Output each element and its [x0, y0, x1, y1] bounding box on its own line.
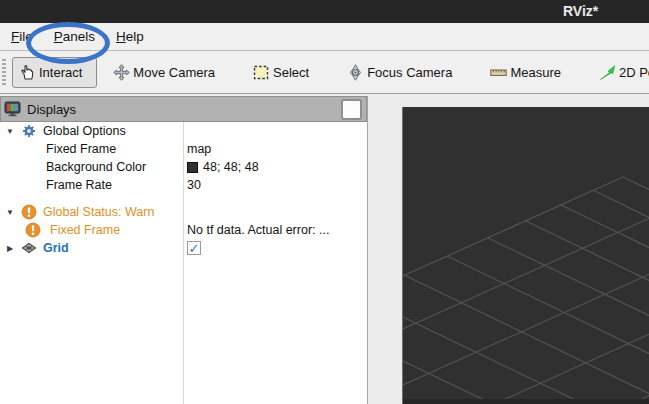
- gear-icon: [21, 123, 37, 139]
- rviz-window: RViz* File Panels Help Interact: [0, 0, 649, 404]
- grid-enabled-checkbox[interactable]: ✓: [187, 241, 201, 255]
- menu-file[interactable]: File: [8, 27, 36, 46]
- displays-monitor-icon: [4, 101, 22, 117]
- expander-down-icon[interactable]: ▼: [5, 208, 15, 217]
- render-viewport-3d[interactable]: [402, 107, 649, 404]
- ruler-icon: [490, 64, 507, 81]
- row-label: Grid: [43, 241, 69, 255]
- displays-panel: Displays ▼: [0, 96, 368, 404]
- row-value: [183, 122, 367, 140]
- tree-column-divider[interactable]: [183, 122, 184, 404]
- move-camera-tool-button[interactable]: Move Camera: [107, 58, 221, 87]
- measure-tool-label: Measure: [510, 65, 561, 80]
- title-bar: RViz*: [0, 0, 649, 23]
- tf-error-message: No tf data. Actual error: ...: [183, 221, 367, 239]
- move-arrows-icon: [113, 64, 130, 81]
- background-color-value[interactable]: 48; 48; 48: [183, 158, 367, 176]
- row-label: Fixed Frame: [50, 223, 120, 237]
- select-tool-button[interactable]: Select: [247, 58, 315, 87]
- displays-panel-title: Displays: [27, 102, 341, 117]
- hand-cursor-icon: [19, 64, 36, 81]
- row-label: Frame Rate: [46, 178, 112, 192]
- select-tool-label: Select: [273, 65, 309, 80]
- interact-tool-button[interactable]: Interact: [12, 57, 97, 88]
- toolbar-drag-handle[interactable]: [2, 59, 6, 85]
- warning-icon: [21, 204, 37, 220]
- selection-box-icon: [253, 64, 270, 81]
- fixed-frame-value[interactable]: map: [183, 140, 367, 158]
- menu-panels[interactable]: Panels: [51, 27, 98, 46]
- row-label: Global Status: Warn: [43, 205, 154, 219]
- grid-icon: [21, 240, 37, 256]
- warning-icon: [25, 222, 41, 238]
- row-value: [183, 203, 367, 221]
- expander-down-icon[interactable]: ▼: [5, 127, 15, 136]
- ground-grid-graphic: [403, 107, 649, 404]
- row-label: Global Options: [43, 124, 126, 138]
- expander-right-icon[interactable]: ▶: [5, 244, 15, 253]
- frame-rate-value[interactable]: 30: [183, 176, 367, 194]
- window-title: RViz*: [563, 3, 598, 19]
- pose-estimate-tool-button[interactable]: 2D Pose Esti: [593, 58, 649, 87]
- color-swatch: [187, 162, 198, 173]
- green-arrow-icon: [599, 64, 616, 81]
- focus-camera-tool-label: Focus Camera: [367, 65, 452, 80]
- displays-panel-header: Displays: [0, 96, 367, 122]
- row-label: Background Color: [46, 160, 146, 174]
- focus-camera-tool-button[interactable]: Focus Camera: [341, 58, 458, 87]
- measure-tool-button[interactable]: Measure: [484, 58, 567, 87]
- menu-help[interactable]: Help: [113, 27, 147, 46]
- main-area: Displays ▼: [0, 95, 649, 404]
- menu-bar: File Panels Help: [0, 23, 649, 51]
- interact-tool-label: Interact: [39, 65, 82, 80]
- pose-estimate-tool-label: 2D Pose Esti: [619, 65, 649, 80]
- panel-float-button[interactable]: [341, 99, 362, 120]
- tool-bar: Interact Move Camera Select: [0, 51, 649, 94]
- color-value-text: 48; 48; 48: [203, 160, 259, 174]
- move-camera-tool-label: Move Camera: [133, 65, 215, 80]
- row-label: Fixed Frame: [46, 142, 116, 156]
- displays-tree: ▼ Global Options: [0, 122, 367, 404]
- crosshair-icon: [347, 64, 364, 81]
